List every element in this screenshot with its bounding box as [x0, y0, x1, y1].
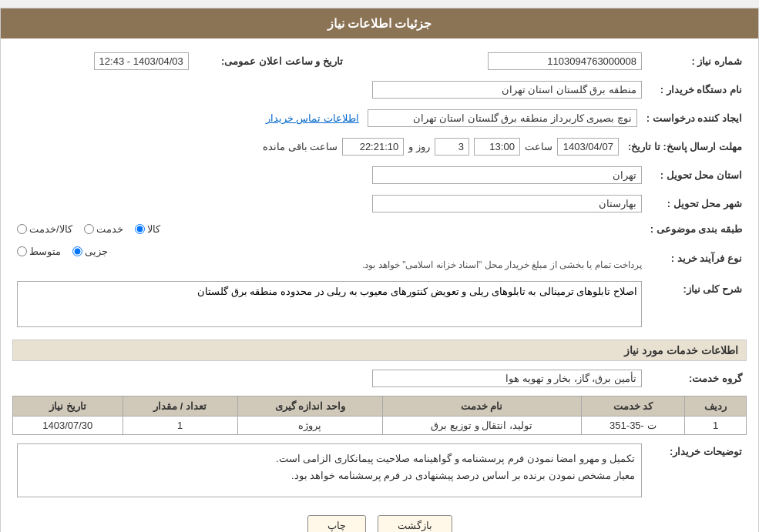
need-number-value: 1103094763000008 [363, 50, 646, 72]
creator-contact-link[interactable]: اطلاعات تماس خریدار [266, 112, 359, 124]
info-section-2: نام دستگاه خریدار : منطقه برق گلستان است… [12, 79, 747, 101]
category-radio-khidmat-kala[interactable] [17, 224, 27, 234]
delivery-province-label: استان محل تحویل : [646, 164, 747, 186]
delivery-province-value: تهران [12, 164, 646, 186]
info-section-7: طبقه بندی موضوعی : کالا/خدمت خدمت کالا [12, 221, 747, 237]
col-header-code: کد خدمت [581, 396, 685, 417]
response-deadline-value: 1403/04/07 ساعت 13:00 3 روز و 22:21:10 س… [12, 136, 623, 158]
buyer-station-value: منطقه برق گلستان استان تهران [12, 79, 646, 101]
creator-label: ایجاد کننده درخواست : [642, 107, 747, 129]
need-number-field: 1103094763000008 [488, 52, 642, 70]
delivery-city-field: بهارستان [372, 195, 642, 212]
col-header-quantity: تعداد / مقدار [123, 396, 237, 417]
service-group-field: تأمین برق، گاز، بخار و تهویه هوا [372, 370, 642, 387]
purchase-type-label: نوع فرآیند خرید : [646, 243, 747, 273]
print-button[interactable]: چاپ [307, 515, 366, 532]
purchase-type-note: پرداخت تمام یا بخشی از مبلغ خریدار محل "… [17, 259, 642, 270]
col-header-unit: واحد اندازه گیری [237, 396, 382, 417]
col-header-date: تاریخ نیاز [13, 396, 123, 417]
page-title: جزئیات اطلاعات نیاز [327, 17, 432, 30]
purchase-type-radio-jozi[interactable] [72, 246, 82, 256]
service-group-section: گروه خدمت: تأمین برق، گاز، بخار و تهویه … [12, 367, 747, 390]
purchase-type-option-mutavasit[interactable]: متوسط [17, 246, 61, 257]
info-section-9: شرح کلی نیاز: [12, 279, 747, 332]
purchase-type-jozi-label: جزیی [85, 246, 108, 257]
content-area: شماره نیاز : 1103094763000008 تاریخ و سا… [1, 38, 758, 532]
creator-value: نوچ بصیری کاربرداز منطقه برق گلستان استا… [12, 107, 642, 129]
info-section-6: شهر محل تحویل : بهارستان [12, 192, 747, 215]
table-row: 1ت -35-351تولید، انتقال و توزیع برقپروژه… [13, 417, 747, 435]
need-description-value [12, 279, 646, 332]
category-option-khidmat-kala-label: کالا/خدمت [29, 223, 72, 235]
need-number-label: شماره نیاز : [646, 50, 747, 72]
info-section-1: شماره نیاز : 1103094763000008 تاریخ و سا… [12, 50, 747, 72]
purchase-type-mutavasit-label: متوسط [29, 246, 61, 257]
category-value: کالا/خدمت خدمت کالا [12, 221, 646, 237]
category-label: طبقه بندی موضوعی : [646, 221, 747, 237]
response-deadline-label: مهلت ارسال پاسخ: تا تاریخ: [623, 136, 747, 158]
buyer-station-label: نام دستگاه خریدار : [646, 79, 747, 101]
response-time-field: 13:00 [474, 138, 520, 156]
category-option-kala-label: کالا [147, 223, 160, 235]
info-section-4: مهلت ارسال پاسخ: تا تاریخ: 1403/04/07 سا… [12, 136, 747, 158]
announcement-date-field: 1403/04/03 - 12:43 [94, 52, 189, 70]
buyer-notes-section: توضیحات خریدار: تکمیل و مهرو امضا نمودن … [12, 441, 747, 500]
need-description-field[interactable] [17, 281, 642, 327]
info-section-5: استان محل تحویل : تهران [12, 164, 747, 186]
buyer-notes-label: توضیحات خریدار: [646, 441, 747, 500]
creator-field: نوچ بصیری کاربرداز منطقه برق گلستان استا… [368, 109, 637, 127]
purchase-type-option-jozi[interactable]: جزیی [72, 246, 108, 257]
response-date-field: 1403/04/07 [557, 138, 619, 156]
services-table: ردیف کد خدمت نام خدمت واحد اندازه گیری ت… [12, 396, 747, 435]
service-group-label: گروه خدمت: [646, 367, 747, 390]
category-option-khidmat-label: خدمت [96, 223, 123, 235]
category-option-kala[interactable]: کالا [135, 223, 160, 235]
category-option-khidmat-kala[interactable]: کالا/خدمت [17, 223, 72, 235]
response-days-label: روز و [408, 141, 430, 152]
purchase-type-radio-mutavasit[interactable] [17, 246, 27, 256]
response-remaining-label: ساعت باقی مانده [263, 141, 338, 152]
response-remaining-field: 22:21:10 [342, 138, 404, 156]
page-header: جزئیات اطلاعات نیاز [1, 8, 758, 38]
delivery-province-field: تهران [372, 166, 642, 184]
announcement-date-label: تاریخ و ساعت اعلان عمومی: [193, 50, 348, 72]
back-button[interactable]: بازگشت [378, 515, 452, 532]
info-section-8: نوع فرآیند خرید : متوسط جزیی پرداخت تمام… [12, 243, 747, 273]
category-option-khidmat[interactable]: خدمت [84, 223, 123, 235]
response-days-field: 3 [435, 138, 469, 156]
delivery-city-label: شهر محل تحویل : [646, 192, 747, 215]
info-section-3: ایجاد کننده درخواست : نوچ بصیری کاربرداز… [12, 107, 747, 129]
category-radio-khidmat[interactable] [84, 224, 94, 234]
buyer-station-field: منطقه برق گلستان استان تهران [372, 81, 642, 99]
announcement-date-value: 1403/04/03 - 12:43 [12, 50, 193, 72]
delivery-city-value: بهارستان [12, 192, 646, 215]
response-time-label: ساعت [525, 141, 552, 152]
buyer-notes-value: تکمیل و مهرو امضا نمودن فرم پرسشنامه و گ… [12, 441, 646, 500]
page-wrapper: جزئیات اطلاعات نیاز شماره نیاز : 1103094… [0, 8, 759, 532]
purchase-type-value: متوسط جزیی پرداخت تمام یا بخشی از مبلغ خ… [12, 243, 646, 273]
col-header-row: ردیف [685, 396, 747, 417]
category-radio-kala[interactable] [135, 224, 145, 234]
buyer-notes-field: تکمیل و مهرو امضا نمودن فرم پرسشنامه و گ… [17, 443, 642, 497]
services-section-title: اطلاعات خدمات مورد نیاز [12, 340, 747, 361]
col-header-name: نام خدمت [382, 396, 581, 417]
need-description-label: شرح کلی نیاز: [646, 279, 747, 332]
button-row: بازگشت چاپ [12, 506, 747, 532]
service-group-value: تأمین برق، گاز، بخار و تهویه هوا [12, 367, 646, 390]
